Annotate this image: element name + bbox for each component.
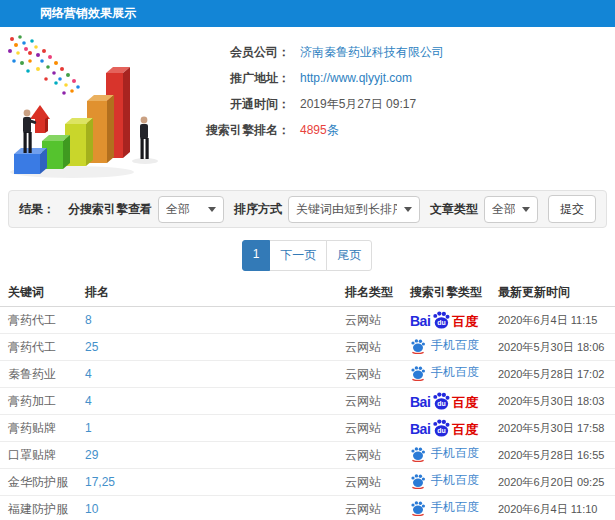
svg-text:du: du [437,427,445,434]
open-time-label: 开通时间： [186,96,290,113]
baidu-mobile-logo: 手机百度 [410,337,479,354]
page-title: 网络营销效果展示 [40,5,136,22]
engine-cell: Bai du 百度 [410,392,498,410]
promo-url-label: 推广地址： [186,70,290,87]
engine-cell: 手机百度 [410,364,498,384]
keyword-cell[interactable]: 膏药代工 [8,312,85,329]
engine-cell: 手机百度 [410,472,498,492]
table-row: 膏药加工 4 云网站 Bai du 百度 2020年5月30日 18:03 [0,388,615,415]
engine-cell: 手机百度 [410,337,498,357]
open-time-value: 2019年5月27日 09:17 [300,96,416,113]
baidu-pc-logo: Bai du 百度 [410,419,478,436]
rank-type-cell: 云网站 [345,339,410,356]
baidu-mobile-logo: 手机百度 [410,445,479,462]
chevron-down-icon [404,207,412,212]
rank-type-cell: 云网站 [345,393,410,410]
update-time-cell: 2020年6月20日 09:25 [498,475,615,490]
rank-cell[interactable]: 8 [85,313,345,327]
engine-rank-unit: 条 [327,123,339,137]
table-header: 关键词 排名 排名类型 搜索引擎类型 最新更新时间 [0,279,615,307]
col-update-time: 最新更新时间 [498,284,615,301]
baidu-paw-icon: du [431,392,451,410]
table-row: 膏药贴牌 1 云网站 Bai du 百度 2020年5月30日 17:58 [0,415,615,442]
rank-type-cell: 云网站 [345,474,410,491]
mobile-baidu-paw-icon [410,338,426,354]
keyword-cell[interactable]: 膏药加工 [8,393,85,410]
engine-rank-label: 搜索引擎排名： [186,122,290,139]
rank-cell[interactable]: 1 [85,421,345,435]
baidu-mobile-logo: 手机百度 [410,472,479,489]
company-link[interactable]: 济南秦鲁药业科技有限公司 [300,44,444,61]
up-arrow [30,105,50,133]
keyword-cell[interactable]: 福建防护服 [8,501,85,518]
rank-cell[interactable]: 4 [85,394,345,408]
sort-select[interactable]: 关键词由短到长排序 [288,196,420,223]
engine-cell: 手机百度 [410,499,498,519]
keyword-cell[interactable]: 秦鲁药业 [8,366,85,383]
chevron-down-icon [522,207,530,212]
mobile-baidu-paw-icon [410,500,426,516]
company-label: 会员公司： [186,44,290,61]
businessman-right [140,117,149,159]
submit-button[interactable]: 提交 [548,195,596,223]
table-row: 膏药代工 8 云网站 Bai du 百度 2020年6月4日 11:15 [0,307,615,334]
engine-filter-select[interactable]: 全部 [158,196,224,223]
info-section: 会员公司： 济南秦鲁药业科技有限公司 推广地址： http://www.qlyy… [0,27,615,190]
col-rank-type: 排名类型 [345,284,410,301]
sort-value: 关键词由短到长排序 [296,201,397,218]
engine-cell: Bai du 百度 [410,311,498,329]
rank-type-cell: 云网站 [345,312,410,329]
table-row: 膏药代工 25 云网站 手机百度 2020年5月30日 18:06 [0,334,615,361]
svg-text:du: du [437,400,445,407]
article-type-select[interactable]: 全部 [484,196,538,223]
keyword-cell[interactable]: 膏药贴牌 [8,420,85,437]
engine-cell: 手机百度 [410,445,498,465]
keyword-cell[interactable]: 膏药代工 [8,339,85,356]
mobile-baidu-paw-icon [410,446,426,462]
mobile-baidu-paw-icon [410,473,426,489]
rank-cell[interactable]: 4 [85,367,345,381]
rank-type-cell: 云网站 [345,447,410,464]
engine-rank-number: 4895 [300,123,327,137]
confetti-dots [8,35,80,95]
keyword-cell[interactable]: 金华防护服 [8,474,85,491]
svg-text:du: du [437,319,445,326]
last-page-button[interactable]: 尾页 [326,240,372,271]
sort-label: 排序方式 [234,201,282,218]
baidu-mobile-logo: 手机百度 [410,364,479,381]
chevron-down-icon [208,207,216,212]
rank-cell[interactable]: 29 [85,448,345,462]
article-type-label: 文章类型 [430,201,478,218]
results-table: 关键词 排名 排名类型 搜索引擎类型 最新更新时间 膏药代工 8 云网站 Bai… [0,279,615,520]
col-keyword: 关键词 [8,284,85,301]
update-time-cell: 2020年5月30日 17:58 [498,421,615,436]
promo-url-link[interactable]: http://www.qlyyjt.com [300,71,412,85]
rank-type-cell: 云网站 [345,366,410,383]
rank-cell[interactable]: 25 [85,340,345,354]
table-row: 福建防护服 10 云网站 手机百度 2020年6月4日 11:10 [0,496,615,520]
table-row: 金华防护服 17,25 云网站 手机百度 2020年6月20日 09:25 [0,469,615,496]
table-row: 口罩贴牌 29 云网站 手机百度 2020年5月28日 16:55 [0,442,615,469]
article-type-value: 全部 [492,201,515,218]
pagination: 1 下一页 尾页 [0,240,615,271]
rank-cell[interactable]: 17,25 [85,475,345,489]
col-engine-type: 搜索引擎类型 [410,284,498,301]
filter-controls: 分搜索引擎查看 全部 排序方式 关键词由短到长排序 文章类型 全部 提交 [58,195,596,223]
update-time-cell: 2020年5月28日 16:55 [498,448,615,463]
page-1-button[interactable]: 1 [242,240,271,271]
baidu-pc-logo: Bai du 百度 [410,392,478,409]
update-time-cell: 2020年5月30日 18:03 [498,394,615,409]
filter-panel: 结果： 分搜索引擎查看 全部 排序方式 关键词由短到长排序 文章类型 全部 提交 [8,190,607,228]
title-bar: 网络营销效果展示 [0,0,615,27]
keyword-cell[interactable]: 口罩贴牌 [8,447,85,464]
update-time-cell: 2020年6月4日 11:10 [498,502,615,517]
next-page-button[interactable]: 下一页 [269,240,327,271]
rank-cell[interactable]: 10 [85,502,345,516]
growth-chart-illustration [0,31,176,183]
update-time-cell: 2020年6月4日 11:15 [498,313,615,328]
engine-rank-value: 4895条 [300,122,339,139]
rank-type-cell: 云网站 [345,420,410,437]
update-time-cell: 2020年5月30日 18:06 [498,340,615,355]
info-row-engine-rank: 搜索引擎排名： 4895条 [186,117,444,143]
engine-cell: Bai du 百度 [410,419,498,437]
